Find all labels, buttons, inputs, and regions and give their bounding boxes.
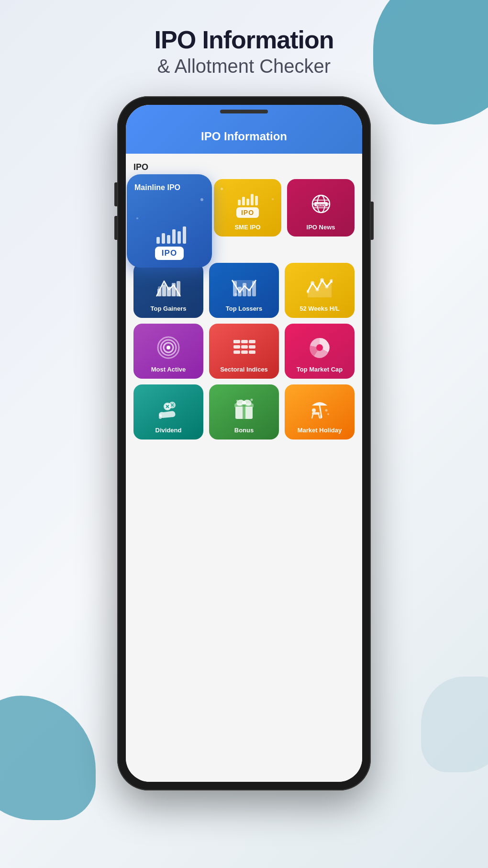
dividend-tile[interactable]: Dividend [133,384,203,440]
sme-ipo-label: SME IPO [234,224,260,231]
phone-wrapper: IPO Information IPO Mainline IPO [0,96,488,790]
svg-point-44 [316,344,323,351]
market-holiday-label: Market Holiday [298,427,342,434]
svg-point-13 [158,286,161,289]
ipo-badge: IPO [155,247,184,260]
top-gainers-icon [155,276,181,301]
mainline-ipo-label: Mainline IPO [134,183,180,192]
phone-screen: IPO Information IPO Mainline IPO [126,105,362,782]
svg-rect-43 [249,350,255,354]
sectoral-indices-icon [232,337,256,362]
52-weeks-icon [307,276,333,301]
svg-rect-40 [249,345,255,349]
bonus-icon [232,396,256,423]
svg-rect-45 [159,414,162,419]
sme-chart-icon [238,194,258,205]
sectoral-indices-tile[interactable]: Sectoral Indices [209,324,279,379]
top-lossers-icon [231,276,257,301]
svg-point-22 [242,290,244,292]
sectoral-indices-label: Sectoral Indices [220,366,268,373]
phone-shell: IPO Information IPO Mainline IPO [117,96,371,790]
phone-button-power [371,202,374,240]
svg-rect-17 [238,287,242,296]
svg-point-14 [164,283,166,285]
dot-sme2 [272,198,274,200]
news-icon: NEWS [310,193,332,217]
market-holiday-tile[interactable]: Market Holiday [285,384,355,440]
svg-rect-34 [233,340,240,343]
svg-point-68 [327,413,329,415]
app-header-title: IPO Information [135,130,353,143]
most-active-tile[interactable]: Most Active [133,324,203,379]
svg-rect-41 [233,350,240,354]
page-title-main: IPO Information [0,26,488,54]
top-lossers-label: Top Lossers [226,305,262,312]
svg-point-29 [325,285,329,289]
bonus-label: Bonus [234,427,254,434]
svg-point-25 [320,278,324,282]
svg-rect-12 [177,281,180,296]
most-active-icon [156,335,181,362]
svg-rect-11 [172,283,176,296]
svg-rect-35 [233,340,234,343]
svg-text:NEWS: NEWS [317,203,325,206]
svg-point-67 [325,409,328,412]
svg-rect-10 [167,287,171,296]
ipo-news-label: IPO News [307,224,335,231]
svg-rect-37 [249,340,255,343]
dividend-icon [156,398,181,423]
svg-point-24 [311,281,314,285]
top-market-cap-tile[interactable]: Top Market Cap [285,324,355,379]
svg-point-60 [236,400,238,402]
dividend-label: Dividend [155,427,182,434]
svg-rect-38 [233,345,240,349]
dot-dec [200,198,203,201]
top-market-cap-label: Top Market Cap [297,366,343,373]
bonus-tile[interactable]: Bonus [209,384,279,440]
svg-line-65 [319,415,320,418]
svg-point-66 [312,408,316,412]
top-gainers-tile[interactable]: Top Gainers [133,263,203,318]
sme-ipo-tile[interactable]: IPO SME IPO [214,179,281,237]
page-title-sub: & Allotment Checker [0,56,488,77]
svg-rect-39 [241,345,248,349]
dot-dec2 [136,217,138,219]
market-holiday-icon [307,396,332,423]
ipo-section-wrapper: Mainline IPO [133,179,355,237]
svg-point-59 [242,401,246,405]
svg-rect-20 [252,281,256,296]
ipo-right-tiles: IPO SME IPO [214,179,355,237]
ipo-news-tile[interactable]: NEWS IPO News [287,179,355,237]
svg-point-21 [234,293,237,296]
svg-rect-19 [247,289,251,296]
52-weeks-label: 52 Weeks H/L [299,305,340,312]
svg-line-64 [312,415,313,418]
sme-badge: IPO [236,207,259,218]
svg-rect-8 [157,289,161,296]
top-lossers-tile[interactable]: Top Lossers [209,263,279,318]
mainline-ipo-tile[interactable]: Mainline IPO [127,174,212,268]
svg-line-62 [320,406,322,417]
market-grid: Top Gainers [133,263,355,440]
app-content: IPO Mainline IPO [126,154,362,782]
phone-button-volume-up [114,182,117,206]
svg-point-61 [251,399,253,401]
top-gainers-label: Top Gainers [151,305,187,312]
dot-sme [221,188,223,190]
svg-rect-36 [241,340,248,343]
page-title-area: IPO Information & Allotment Checker [0,0,488,91]
svg-point-28 [316,288,319,292]
52-weeks-tile[interactable]: 52 Weeks H/L [285,263,355,318]
most-active-label: Most Active [151,366,186,373]
phone-speaker [220,110,268,113]
top-market-cap-icon [307,335,332,362]
phone-button-volume-down [114,216,117,240]
ipo-section-label: IPO [133,162,355,172]
svg-rect-42 [241,350,248,354]
svg-point-33 [166,346,170,349]
svg-rect-9 [162,285,166,296]
